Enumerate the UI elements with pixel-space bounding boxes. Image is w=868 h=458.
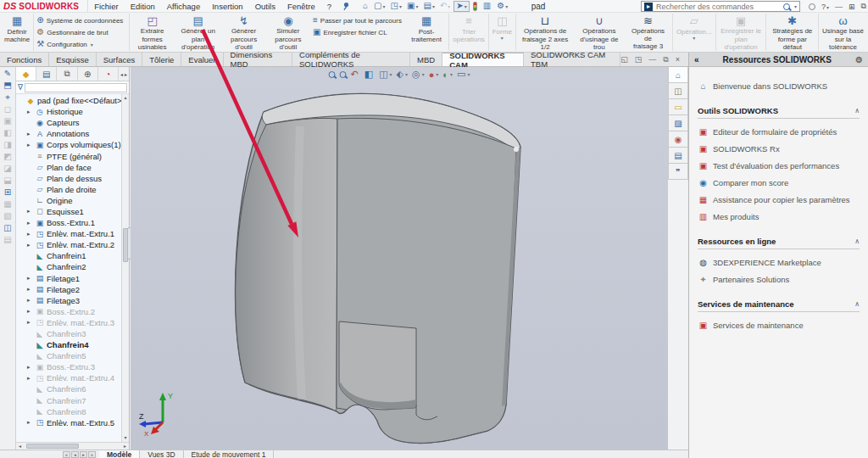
ribbon-row-button[interactable]: ⊕ Système de coordonnées (36, 15, 126, 25)
tree-item[interactable]: ▸ ▣ Boss.-Extru.1 (16, 217, 129, 228)
tab-scroll-arrow-icon[interactable]: ▸ (125, 71, 127, 77)
featuremanager-tab[interactable]: ⧉ (57, 67, 77, 81)
pin-icon[interactable] (341, 2, 349, 11)
tree-item[interactable]: ▸ ▣ Boss.-Extru.3 (16, 361, 129, 372)
left-strip-tool-icon[interactable]: ▦ (3, 200, 11, 209)
commandmanager-tab[interactable]: Surfaces (97, 53, 143, 66)
default-form-strategies-button[interactable]: ✱ Stratégies deforme par défaut (767, 14, 817, 51)
menu-item[interactable]: Fichier (88, 0, 125, 12)
menu-item[interactable]: Insertion (206, 0, 248, 12)
part-model[interactable] (131, 67, 668, 450)
left-strip-tool-icon[interactable]: ⊞ (4, 188, 11, 197)
ribbon-big-button[interactable]: ◉ Simulerparcours d'outil (266, 14, 310, 51)
tree-item[interactable]: ▸ ◳ Enlèv. mat.-Extru.3 (16, 317, 129, 328)
left-strip-tool-icon[interactable]: ▧ (3, 212, 11, 221)
commandmanager-tab[interactable]: SOLIDWORKS CAM (442, 53, 524, 66)
zoom-area-icon[interactable] (340, 71, 347, 78)
model-view-tab[interactable]: Vues 3D (140, 450, 183, 458)
tree-item[interactable]: ▸ ▤ Filetage3 (16, 295, 129, 306)
minimize-button[interactable]: — (835, 3, 843, 11)
expand-arrow-icon[interactable]: ▸ (27, 319, 35, 326)
quick-access-button[interactable]: ◳ ▾ (389, 1, 403, 12)
gear-icon[interactable]: ⚙ (855, 55, 863, 64)
tree-item[interactable]: ◣ Chanfrein4 (16, 339, 129, 350)
menu-item[interactable]: Affichage (161, 0, 206, 12)
tree-item[interactable]: ▸ ◳ Enlèv. mat.-Extru.5 (16, 417, 129, 428)
taskpane-link[interactable]: ▦ Assistance pour copier les paramètres (698, 191, 860, 208)
view-tool-icon[interactable]: ◧ (364, 69, 375, 80)
scrollbar-thumb[interactable] (26, 444, 79, 449)
tree-item[interactable]: ∟ Origine (16, 195, 129, 206)
commandmanager-tab[interactable]: Compléments de SOLIDWORKS (292, 53, 410, 66)
left-strip-tool-icon[interactable]: ✎ (4, 70, 11, 78)
left-strip-tool-icon[interactable]: ◨ (3, 141, 11, 149)
task-pane-tab[interactable]: ▤ (668, 148, 688, 164)
maximize-button[interactable]: ⊞ (849, 3, 855, 11)
tree-item[interactable]: ▱ Plan de face (16, 162, 129, 173)
quick-access-button[interactable] (471, 1, 480, 12)
expand-arrow-icon[interactable]: ▸ (27, 208, 35, 215)
view-tool-icon[interactable]: ⬖ ▾ (397, 69, 408, 80)
task-pane-tab[interactable]: ◉ (668, 131, 688, 148)
tree-item[interactable]: ▸ ◳ Enlèv. mat.-Extru.1 (16, 228, 129, 239)
sort-operations-button[interactable]: ≡ Trieropérations (450, 14, 487, 51)
tree-item[interactable]: ▱ Plan de droite (16, 184, 129, 195)
expand-arrow-icon[interactable]: ▸ (27, 364, 35, 371)
chevron-up-icon[interactable]: ∧ (854, 107, 860, 114)
welcome-link[interactable]: ⌂ Bienvenue dans SOLIDWORKS (698, 77, 860, 94)
tree-item[interactable]: ▸ ▣ Boss.-Extru.2 (16, 306, 129, 317)
operation-button[interactable]: ▱ Opération... ▾ (674, 14, 715, 51)
commandmanager-tab[interactable]: Dimensions MBD (224, 53, 293, 66)
expand-arrow-icon[interactable]: ▸ (27, 131, 35, 137)
left-strip-tool-icon[interactable]: ▤ (3, 236, 11, 244)
form-button[interactable]: ◫ Forme ▾ (490, 14, 515, 51)
model-view-tab[interactable]: Etude de mouvement 1 (184, 450, 275, 458)
doc-window-button[interactable]: × (676, 55, 680, 64)
featuremanager-tab[interactable]: ◆ (16, 67, 36, 81)
quick-access-button[interactable]: ▣ ▾ (405, 1, 420, 12)
left-strip-tool-icon[interactable]: ◻ (4, 105, 11, 114)
quick-access-button[interactable]: ⌂ (361, 1, 370, 12)
commandmanager-tab[interactable]: MBD (410, 53, 442, 66)
tree-item[interactable]: ◣ Chanfrein2 (16, 261, 129, 272)
operations-button[interactable]: ∪ Opérationsd'usinage de trou (573, 14, 625, 51)
graphics-viewport[interactable]: ↶ ◧ ◫ ▾ ⬖ ▾ ◎ ▾ ● (131, 67, 668, 450)
tree-item[interactable]: ≡ PTFE (général) (16, 150, 129, 161)
expand-arrow-icon[interactable]: ▸ (27, 220, 35, 226)
commandmanager-tab[interactable]: Esquisse (49, 53, 97, 66)
quick-access-button[interactable]: ▤ ▾ (421, 1, 436, 12)
tree-item[interactable]: ▸ ▣ Corps volumiques(1) (16, 139, 129, 150)
expand-arrow-icon[interactable]: ▸ (27, 142, 35, 148)
define-machine-button[interactable]: ▦ Définirmachine (2, 14, 32, 51)
taskpane-link[interactable]: ▣ Editeur de formulaire de propriétés (698, 123, 860, 140)
expand-arrow-icon[interactable]: ▸ (27, 109, 35, 115)
tab-scroll-arrow-icon[interactable]: ◂ (120, 71, 123, 77)
tab-nav-arrow-icon[interactable]: » (88, 451, 96, 458)
commandmanager-tab[interactable]: Tôlerie (142, 53, 181, 66)
tab-nav-arrow-icon[interactable]: ▸ (80, 451, 87, 458)
left-strip-tool-icon[interactable]: ⌖ (5, 93, 10, 102)
menu-item[interactable]: Outils (249, 0, 281, 12)
taskpane-link[interactable]: ✦ Partenaires Solutions (698, 271, 860, 288)
tree-item[interactable]: ◆ pad (pad fixe<<Défaut>_E (16, 95, 129, 106)
view-tool-icon[interactable]: ◐ ▾ (442, 69, 453, 80)
quick-access-button[interactable]: ➤ ▾ (453, 1, 469, 12)
menu-item[interactable]: Fenêtre (281, 0, 321, 12)
tree-item[interactable]: ◣ Chanfrein5 (16, 350, 129, 361)
left-strip-tool-icon[interactable]: ◧ (3, 129, 11, 137)
tree-item[interactable]: ▸ A Annotations (16, 128, 129, 139)
left-strip-tool-icon[interactable]: ◫ (3, 224, 11, 232)
operations-button[interactable]: ⊔ Opérations defraisage 2 axes 1/2 (517, 14, 574, 51)
model-view-tab[interactable]: Modèle (99, 450, 140, 458)
tree-item[interactable]: ▸ ▤ Filetage2 (16, 284, 129, 295)
taskpane-link[interactable]: ▣ Services de maintenance (698, 316, 860, 333)
search-caret-icon[interactable]: ▾ (794, 3, 797, 9)
tree-horizontal-scrollbar[interactable]: ◂ ▸ (16, 442, 129, 450)
expand-arrow-icon[interactable]: ▸ (27, 297, 35, 304)
tree-item[interactable]: ▸ ◷ Historique (16, 106, 129, 117)
taskpane-link[interactable]: ▥ Mes produits (698, 208, 860, 225)
task-pane-tab[interactable]: ⌂ (668, 67, 688, 83)
left-strip-tool-icon[interactable]: ⬓ (3, 176, 11, 185)
commandmanager-tab[interactable]: Fonctions (0, 53, 49, 66)
task-pane-tab[interactable]: ▭ (668, 99, 688, 115)
